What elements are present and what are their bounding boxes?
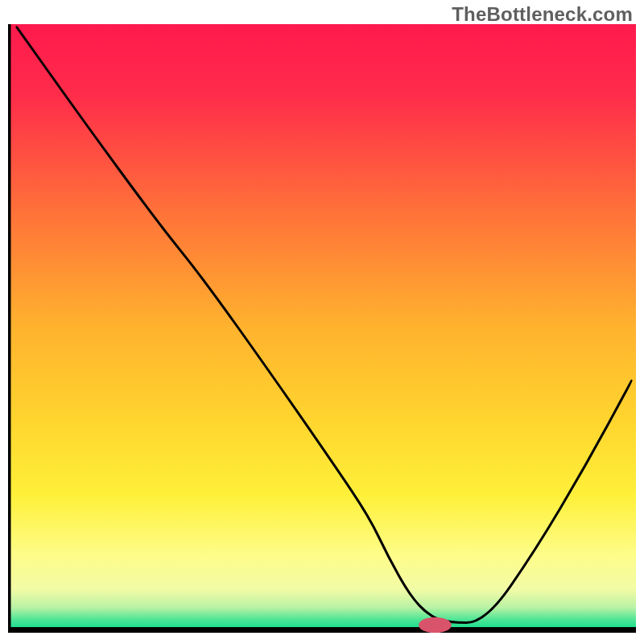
bottleneck-chart [8,24,636,633]
highlight-marker [419,617,452,633]
watermark-label: TheBottleneck.com [452,3,633,26]
chart-container: TheBottleneck.com [0,0,644,644]
